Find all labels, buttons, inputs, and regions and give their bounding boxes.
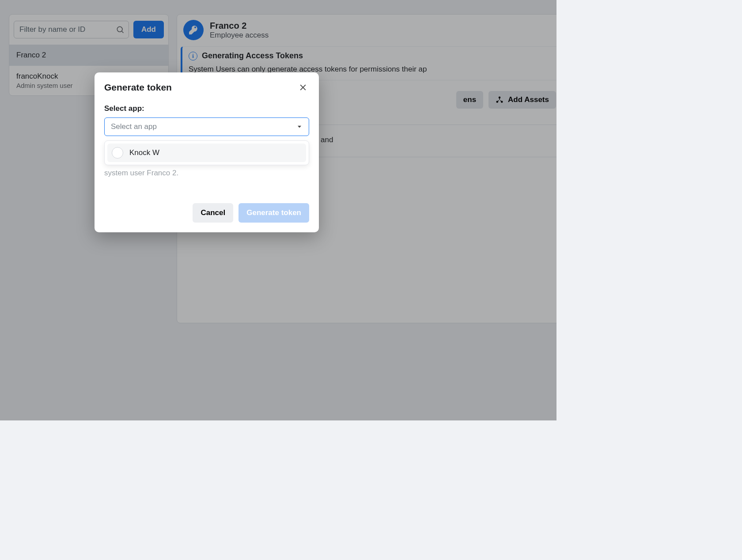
option-label: Knock W: [129, 148, 159, 157]
select-placeholder: Select an app: [111, 122, 157, 131]
cancel-button[interactable]: Cancel: [193, 203, 233, 223]
modal-actions: Cancel Generate token: [104, 203, 309, 223]
modal-header: Generate token: [104, 81, 309, 94]
close-button[interactable]: [297, 81, 309, 94]
app-avatar-icon: [112, 147, 123, 159]
generate-token-button[interactable]: Generate token: [238, 203, 309, 223]
close-icon: [299, 83, 307, 92]
select-app-options: Knock W: [104, 140, 309, 165]
select-app-label: Select app:: [104, 104, 309, 113]
option-knock-w[interactable]: Knock W: [107, 144, 306, 162]
chevron-down-icon: [296, 124, 303, 130]
generate-token-modal: Generate token Select app: Select an app…: [95, 72, 319, 232]
modal-title: Generate token: [104, 82, 172, 93]
modal-ghost-text: system user Franco 2.: [104, 169, 309, 178]
select-app-dropdown[interactable]: Select an app: [104, 117, 309, 136]
